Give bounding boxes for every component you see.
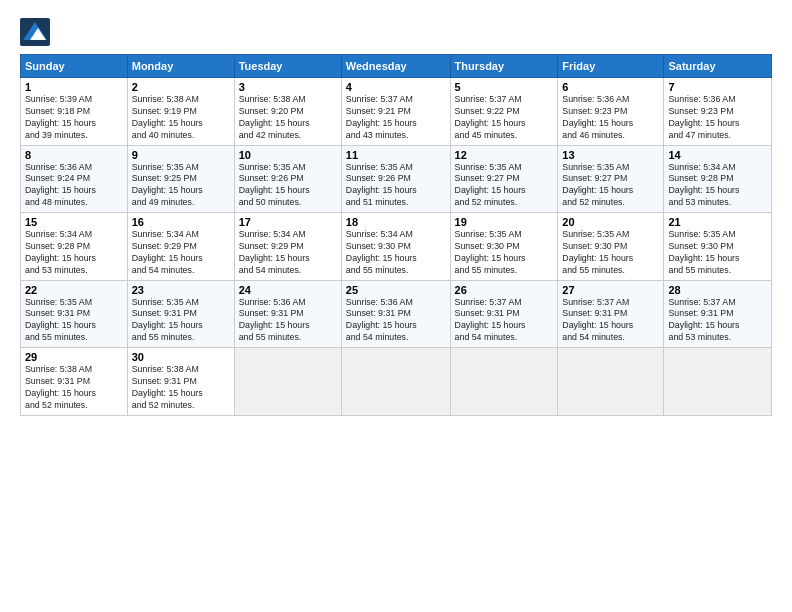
calendar-cell: 25Sunrise: 5:36 AMSunset: 9:31 PMDayligh… (341, 280, 450, 348)
calendar-cell: 26Sunrise: 5:37 AMSunset: 9:31 PMDayligh… (450, 280, 558, 348)
day-details: Sunrise: 5:37 AMSunset: 9:31 PMDaylight:… (668, 297, 767, 345)
day-details: Sunrise: 5:37 AMSunset: 9:31 PMDaylight:… (455, 297, 554, 345)
calendar-cell (341, 348, 450, 416)
calendar-table: SundayMondayTuesdayWednesdayThursdayFrid… (20, 54, 772, 416)
calendar-cell: 7Sunrise: 5:36 AMSunset: 9:23 PMDaylight… (664, 78, 772, 146)
day-number: 29 (25, 351, 123, 363)
day-details: Sunrise: 5:35 AMSunset: 9:31 PMDaylight:… (132, 297, 230, 345)
day-details: Sunrise: 5:35 AMSunset: 9:30 PMDaylight:… (455, 229, 554, 277)
header (20, 18, 772, 46)
calendar-cell: 21Sunrise: 5:35 AMSunset: 9:30 PMDayligh… (664, 213, 772, 281)
day-details: Sunrise: 5:35 AMSunset: 9:26 PMDaylight:… (239, 162, 337, 210)
calendar-cell: 11Sunrise: 5:35 AMSunset: 9:26 PMDayligh… (341, 145, 450, 213)
calendar-cell: 28Sunrise: 5:37 AMSunset: 9:31 PMDayligh… (664, 280, 772, 348)
calendar-cell: 29Sunrise: 5:38 AMSunset: 9:31 PMDayligh… (21, 348, 128, 416)
day-details: Sunrise: 5:34 AMSunset: 9:30 PMDaylight:… (346, 229, 446, 277)
day-details: Sunrise: 5:38 AMSunset: 9:20 PMDaylight:… (239, 94, 337, 142)
day-number: 2 (132, 81, 230, 93)
calendar-cell: 2Sunrise: 5:38 AMSunset: 9:19 PMDaylight… (127, 78, 234, 146)
calendar-body: 1Sunrise: 5:39 AMSunset: 9:18 PMDaylight… (21, 78, 772, 416)
calendar-cell: 15Sunrise: 5:34 AMSunset: 9:28 PMDayligh… (21, 213, 128, 281)
day-number: 8 (25, 149, 123, 161)
calendar-week-row: 29Sunrise: 5:38 AMSunset: 9:31 PMDayligh… (21, 348, 772, 416)
day-number: 18 (346, 216, 446, 228)
day-details: Sunrise: 5:35 AMSunset: 9:30 PMDaylight:… (668, 229, 767, 277)
day-number: 19 (455, 216, 554, 228)
calendar-cell (234, 348, 341, 416)
calendar-week-row: 1Sunrise: 5:39 AMSunset: 9:18 PMDaylight… (21, 78, 772, 146)
day-number: 22 (25, 284, 123, 296)
day-details: Sunrise: 5:36 AMSunset: 9:31 PMDaylight:… (239, 297, 337, 345)
day-number: 3 (239, 81, 337, 93)
day-details: Sunrise: 5:36 AMSunset: 9:23 PMDaylight:… (668, 94, 767, 142)
day-details: Sunrise: 5:35 AMSunset: 9:25 PMDaylight:… (132, 162, 230, 210)
day-details: Sunrise: 5:38 AMSunset: 9:31 PMDaylight:… (132, 364, 230, 412)
logo (20, 18, 54, 46)
day-number: 5 (455, 81, 554, 93)
calendar-cell: 17Sunrise: 5:34 AMSunset: 9:29 PMDayligh… (234, 213, 341, 281)
day-number: 9 (132, 149, 230, 161)
day-number: 10 (239, 149, 337, 161)
day-number: 16 (132, 216, 230, 228)
day-details: Sunrise: 5:36 AMSunset: 9:23 PMDaylight:… (562, 94, 659, 142)
calendar-week-row: 15Sunrise: 5:34 AMSunset: 9:28 PMDayligh… (21, 213, 772, 281)
day-details: Sunrise: 5:38 AMSunset: 9:31 PMDaylight:… (25, 364, 123, 412)
day-details: Sunrise: 5:35 AMSunset: 9:30 PMDaylight:… (562, 229, 659, 277)
day-details: Sunrise: 5:35 AMSunset: 9:31 PMDaylight:… (25, 297, 123, 345)
day-number: 12 (455, 149, 554, 161)
calendar-cell: 5Sunrise: 5:37 AMSunset: 9:22 PMDaylight… (450, 78, 558, 146)
calendar-cell (664, 348, 772, 416)
calendar-cell: 19Sunrise: 5:35 AMSunset: 9:30 PMDayligh… (450, 213, 558, 281)
day-number: 13 (562, 149, 659, 161)
calendar-cell: 12Sunrise: 5:35 AMSunset: 9:27 PMDayligh… (450, 145, 558, 213)
day-number: 11 (346, 149, 446, 161)
calendar-cell: 6Sunrise: 5:36 AMSunset: 9:23 PMDaylight… (558, 78, 664, 146)
day-of-week-header: Tuesday (234, 55, 341, 78)
calendar-cell: 30Sunrise: 5:38 AMSunset: 9:31 PMDayligh… (127, 348, 234, 416)
calendar-cell: 24Sunrise: 5:36 AMSunset: 9:31 PMDayligh… (234, 280, 341, 348)
day-details: Sunrise: 5:39 AMSunset: 9:18 PMDaylight:… (25, 94, 123, 142)
calendar-cell: 27Sunrise: 5:37 AMSunset: 9:31 PMDayligh… (558, 280, 664, 348)
day-number: 23 (132, 284, 230, 296)
calendar-cell: 3Sunrise: 5:38 AMSunset: 9:20 PMDaylight… (234, 78, 341, 146)
day-of-week-header: Saturday (664, 55, 772, 78)
day-number: 1 (25, 81, 123, 93)
day-details: Sunrise: 5:35 AMSunset: 9:26 PMDaylight:… (346, 162, 446, 210)
day-of-week-header: Sunday (21, 55, 128, 78)
logo-icon (20, 18, 50, 46)
calendar-cell: 8Sunrise: 5:36 AMSunset: 9:24 PMDaylight… (21, 145, 128, 213)
day-details: Sunrise: 5:34 AMSunset: 9:29 PMDaylight:… (132, 229, 230, 277)
calendar-cell: 4Sunrise: 5:37 AMSunset: 9:21 PMDaylight… (341, 78, 450, 146)
day-number: 7 (668, 81, 767, 93)
day-number: 21 (668, 216, 767, 228)
day-details: Sunrise: 5:37 AMSunset: 9:31 PMDaylight:… (562, 297, 659, 345)
day-details: Sunrise: 5:35 AMSunset: 9:27 PMDaylight:… (562, 162, 659, 210)
day-number: 26 (455, 284, 554, 296)
calendar-cell: 10Sunrise: 5:35 AMSunset: 9:26 PMDayligh… (234, 145, 341, 213)
day-details: Sunrise: 5:34 AMSunset: 9:29 PMDaylight:… (239, 229, 337, 277)
calendar-cell: 20Sunrise: 5:35 AMSunset: 9:30 PMDayligh… (558, 213, 664, 281)
day-number: 15 (25, 216, 123, 228)
calendar-cell: 22Sunrise: 5:35 AMSunset: 9:31 PMDayligh… (21, 280, 128, 348)
calendar-cell: 18Sunrise: 5:34 AMSunset: 9:30 PMDayligh… (341, 213, 450, 281)
calendar-cell: 14Sunrise: 5:34 AMSunset: 9:28 PMDayligh… (664, 145, 772, 213)
calendar-cell: 23Sunrise: 5:35 AMSunset: 9:31 PMDayligh… (127, 280, 234, 348)
day-details: Sunrise: 5:37 AMSunset: 9:21 PMDaylight:… (346, 94, 446, 142)
calendar-cell: 9Sunrise: 5:35 AMSunset: 9:25 PMDaylight… (127, 145, 234, 213)
day-of-week-header: Thursday (450, 55, 558, 78)
day-details: Sunrise: 5:35 AMSunset: 9:27 PMDaylight:… (455, 162, 554, 210)
day-details: Sunrise: 5:34 AMSunset: 9:28 PMDaylight:… (668, 162, 767, 210)
day-of-week-header: Wednesday (341, 55, 450, 78)
calendar-cell: 13Sunrise: 5:35 AMSunset: 9:27 PMDayligh… (558, 145, 664, 213)
day-number: 25 (346, 284, 446, 296)
day-details: Sunrise: 5:36 AMSunset: 9:31 PMDaylight:… (346, 297, 446, 345)
calendar-cell (450, 348, 558, 416)
calendar-week-row: 22Sunrise: 5:35 AMSunset: 9:31 PMDayligh… (21, 280, 772, 348)
day-number: 4 (346, 81, 446, 93)
page: SundayMondayTuesdayWednesdayThursdayFrid… (0, 0, 792, 612)
day-number: 17 (239, 216, 337, 228)
calendar-cell: 16Sunrise: 5:34 AMSunset: 9:29 PMDayligh… (127, 213, 234, 281)
calendar-cell (558, 348, 664, 416)
day-of-week-header: Monday (127, 55, 234, 78)
day-details: Sunrise: 5:36 AMSunset: 9:24 PMDaylight:… (25, 162, 123, 210)
